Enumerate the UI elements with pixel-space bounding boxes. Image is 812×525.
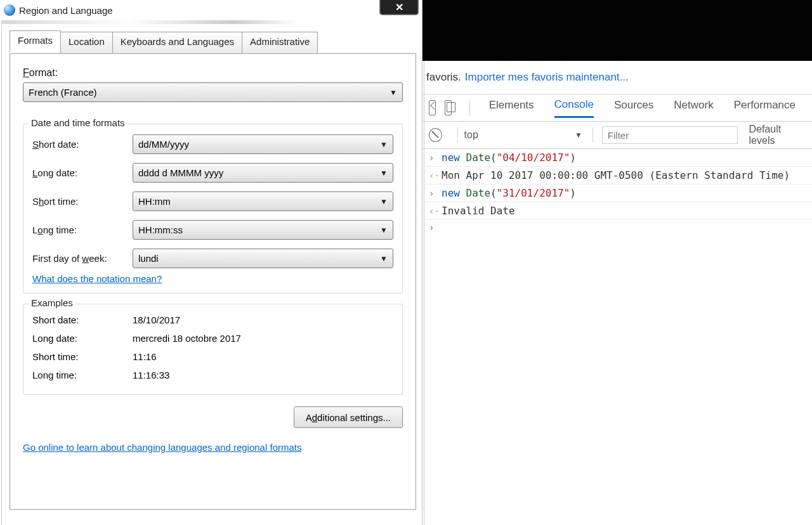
- long-time-label: Long time:: [32, 224, 133, 235]
- additional-settings-button[interactable]: Additional settings...: [294, 406, 403, 428]
- console-filter-bar: top ▼ Default levels: [422, 122, 812, 149]
- ex-short-date-value: 18/10/2017: [133, 314, 180, 325]
- first-day-value: lundi: [138, 253, 159, 264]
- tab-location[interactable]: Location: [60, 32, 113, 53]
- devtools-toolbar: Elements Console Sources Network Perform…: [422, 94, 812, 122]
- region-language-dialog: Region and Language ✕ Formats Location K…: [1, 0, 424, 524]
- tab-formats[interactable]: Formats: [10, 30, 61, 52]
- short-date-value: dd/MM/yyyy: [138, 139, 189, 150]
- ex-short-time-label: Short time:: [32, 351, 133, 362]
- date-time-formats-group: Date and time formats Short date: dd/MM/…: [23, 124, 403, 294]
- import-bookmarks-link[interactable]: Importer mes favoris maintenant...: [465, 71, 629, 84]
- separator: [457, 127, 458, 143]
- long-date-label: Long date:: [32, 167, 133, 178]
- console-input-line: ›new Date("31/01/2017"): [422, 185, 812, 202]
- clear-console-icon[interactable]: [429, 128, 442, 142]
- filter-input[interactable]: [602, 126, 738, 144]
- close-button[interactable]: ✕: [380, 0, 418, 15]
- short-time-value: HH:mm: [138, 196, 171, 207]
- console-output[interactable]: ›new Date("04/10/2017")‹·Mon Apr 10 2017…: [422, 149, 812, 235]
- devtools-tab-sources[interactable]: Sources: [614, 99, 653, 117]
- short-date-label: Short date:: [32, 139, 133, 150]
- first-day-combo[interactable]: lundi ▼: [133, 249, 393, 268]
- console-output-line: ‹·Invalid Date: [422, 202, 812, 220]
- tab-content-formats: Format: French (France) ▼ Date and time …: [10, 53, 416, 510]
- examples-group: Examples Short date:18/10/2017 Long date…: [23, 304, 403, 395]
- tabs: Formats Location Keyboards and Languages…: [10, 30, 317, 52]
- devtools-tab-console[interactable]: Console: [554, 98, 594, 118]
- short-date-combo[interactable]: dd/MM/yyyy ▼: [133, 134, 393, 154]
- long-time-combo[interactable]: HH:mm:ss ▼: [133, 220, 393, 240]
- chevron-down-icon: ▼: [390, 88, 397, 97]
- format-value: French (France): [29, 87, 97, 98]
- long-date-combo[interactable]: dddd d MMMM yyyy ▼: [133, 163, 393, 183]
- tab-administrative[interactable]: Administrative: [242, 32, 318, 53]
- short-time-combo[interactable]: HH:mm ▼: [133, 191, 393, 211]
- ex-long-date-label: Long date:: [32, 333, 133, 344]
- globe-icon: [4, 4, 15, 16]
- console-output-line: ‹·Mon Apr 10 2017 00:00:00 GMT-0500 (Eas…: [422, 167, 812, 185]
- close-icon: ✕: [395, 1, 403, 13]
- bookmark-text: favoris.: [426, 71, 461, 84]
- ex-short-time-value: 11:16: [133, 351, 157, 362]
- ex-short-date-label: Short date:: [32, 314, 133, 325]
- group-title: Date and time formats: [29, 117, 128, 128]
- chevron-down-icon: ▼: [380, 197, 388, 206]
- format-label: Format:: [23, 67, 403, 79]
- devtools-tab-elements[interactable]: Elements: [489, 99, 534, 117]
- log-levels[interactable]: Default levels: [749, 124, 806, 146]
- chevron-down-icon: ▼: [380, 169, 388, 178]
- chevron-down-icon: ▼: [380, 226, 388, 235]
- chevron-down-icon: ▼: [380, 254, 388, 263]
- window-title: Region and Language: [19, 5, 113, 16]
- context-selector[interactable]: top ▼: [464, 129, 586, 141]
- titlebar[interactable]: Region and Language ✕: [1, 0, 424, 20]
- first-day-label: First day of week:: [32, 253, 133, 264]
- long-time-value: HH:mm:ss: [138, 224, 183, 235]
- tab-keyboards-languages[interactable]: Keyboards and Languages: [112, 32, 242, 53]
- learn-online-link[interactable]: Go online to learn about changing langua…: [23, 442, 301, 453]
- chevron-down-icon: ▼: [575, 131, 582, 139]
- console-prompt[interactable]: ›: [422, 220, 812, 235]
- examples-title: Examples: [29, 297, 75, 308]
- ex-long-date-value: mercredi 18 octobre 2017: [133, 333, 241, 344]
- long-date-value: dddd d MMMM yyyy: [138, 167, 223, 178]
- devtools-tab-performance[interactable]: Performance: [734, 99, 796, 117]
- browser-panel: favoris. Importer mes favoris maintenant…: [422, 0, 812, 525]
- device-toggle-icon[interactable]: [445, 100, 452, 115]
- separator: [593, 127, 593, 143]
- format-combo[interactable]: French (France) ▼: [23, 82, 403, 102]
- ex-long-time-label: Long time:: [32, 370, 133, 380]
- ex-long-time-value: 11:16:33: [133, 370, 169, 380]
- browser-frame-top: [422, 0, 812, 61]
- bookmarks-bar: favoris. Importer mes favoris maintenant…: [422, 61, 812, 94]
- short-time-label: Short time:: [32, 196, 133, 207]
- chevron-down-icon: ▼: [380, 140, 388, 149]
- console-input-line: ›new Date("04/10/2017"): [422, 149, 812, 167]
- context-value: top: [464, 129, 478, 141]
- notation-link[interactable]: What does the notation mean?: [32, 273, 162, 284]
- inspect-element-icon[interactable]: [429, 100, 436, 115]
- devtools-tab-network[interactable]: Network: [674, 99, 713, 117]
